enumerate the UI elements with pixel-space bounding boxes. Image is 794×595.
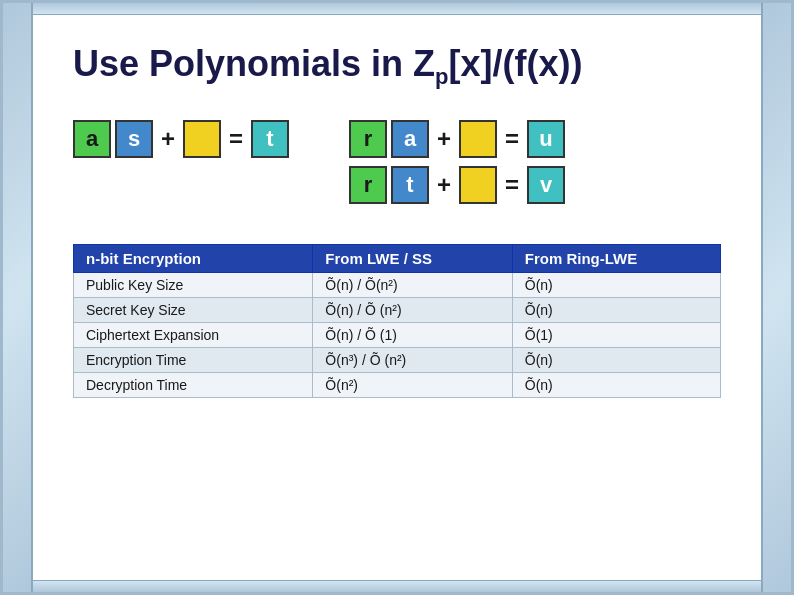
right-equation-1: r a + = u <box>349 120 565 158</box>
right-equation-2: r t + = v <box>349 166 565 204</box>
row1-col1: Public Key Size <box>74 273 313 298</box>
right-equation-group: r a + = u r t + = v <box>349 120 565 204</box>
plus-sign-2: + <box>433 125 455 153</box>
cell-a2: a <box>391 120 429 158</box>
cell-v: v <box>527 166 565 204</box>
border-left <box>3 3 33 592</box>
cell-r2: r <box>349 166 387 204</box>
row5-col2: Õ(n²) <box>313 373 512 398</box>
eq-sign-1: = <box>225 125 247 153</box>
table-row: Ciphertext Expansion Õ(n) / Õ (1) Õ(1) <box>74 323 721 348</box>
table-row: Public Key Size Õ(n) / Õ(n²) Õ(n) <box>74 273 721 298</box>
cell-u: u <box>527 120 565 158</box>
left-equation-group: a s + = t <box>73 120 289 158</box>
border-right <box>761 3 791 592</box>
equation-section: a s + = t r a + = u <box>73 120 721 204</box>
cell-r1: r <box>349 120 387 158</box>
row3-col3: Õ(1) <box>512 323 720 348</box>
row4-col2: Õ(n³) / Õ (n²) <box>313 348 512 373</box>
plus-sign-3: + <box>433 171 455 199</box>
slide-content: Use Polynomials in Zp[x]/(f(x)) a s + = … <box>73 33 721 572</box>
table-row: Secret Key Size Õ(n) / Õ (n²) Õ(n) <box>74 298 721 323</box>
row1-col3: Õ(n) <box>512 273 720 298</box>
left-equation: a s + = t <box>73 120 289 158</box>
row3-col2: Õ(n) / Õ (1) <box>313 323 512 348</box>
header-col-3: From Ring-LWE <box>512 245 720 273</box>
row1-col2: Õ(n) / Õ(n²) <box>313 273 512 298</box>
plus-sign-1: + <box>157 125 179 153</box>
row5-col1: Decryption Time <box>74 373 313 398</box>
table-header-row: n-bit Encryption From LWE / SS From Ring… <box>74 245 721 273</box>
header-col-1: n-bit Encryption <box>74 245 313 273</box>
row2-col1: Secret Key Size <box>74 298 313 323</box>
slide-title: Use Polynomials in Zp[x]/(f(x)) <box>73 43 721 90</box>
eq-sign-3: = <box>501 171 523 199</box>
border-top <box>33 3 761 15</box>
comparison-table: n-bit Encryption From LWE / SS From Ring… <box>73 244 721 398</box>
cell-t2: t <box>391 166 429 204</box>
row2-col2: Õ(n) / Õ (n²) <box>313 298 512 323</box>
row4-col1: Encryption Time <box>74 348 313 373</box>
table-row: Encryption Time Õ(n³) / Õ (n²) Õ(n) <box>74 348 721 373</box>
row5-col3: Õ(n) <box>512 373 720 398</box>
cell-yellow-1 <box>183 120 221 158</box>
cell-s: s <box>115 120 153 158</box>
table-row: Decryption Time Õ(n²) Õ(n) <box>74 373 721 398</box>
row3-col1: Ciphertext Expansion <box>74 323 313 348</box>
row4-col3: Õ(n) <box>512 348 720 373</box>
border-bottom <box>33 580 761 592</box>
cell-yellow-2 <box>459 120 497 158</box>
cell-t: t <box>251 120 289 158</box>
cell-a: a <box>73 120 111 158</box>
cell-yellow-3 <box>459 166 497 204</box>
eq-sign-2: = <box>501 125 523 153</box>
row2-col3: Õ(n) <box>512 298 720 323</box>
header-col-2: From LWE / SS <box>313 245 512 273</box>
slide: Use Polynomials in Zp[x]/(f(x)) a s + = … <box>0 0 794 595</box>
